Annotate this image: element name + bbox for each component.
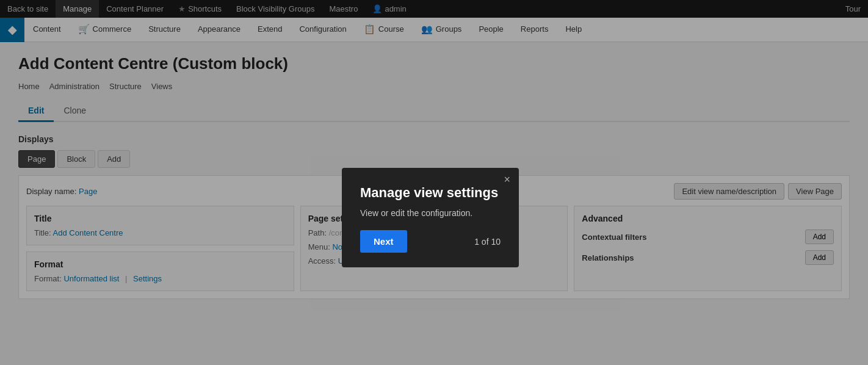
modal-description: View or edit the configuration. (360, 208, 501, 218)
modal-progress: 1 of 10 (474, 237, 501, 247)
modal: × Manage view settings View or edit the … (342, 168, 519, 267)
main-content: Add Content Centre (Custom block) Home A… (0, 42, 868, 365)
modal-footer: Next 1 of 10 (360, 230, 501, 253)
modal-close-btn[interactable]: × (504, 174, 510, 185)
modal-title: Manage view settings (360, 185, 501, 201)
modal-overlay[interactable]: × Manage view settings View or edit the … (0, 0, 868, 365)
modal-next-btn[interactable]: Next (360, 230, 407, 253)
